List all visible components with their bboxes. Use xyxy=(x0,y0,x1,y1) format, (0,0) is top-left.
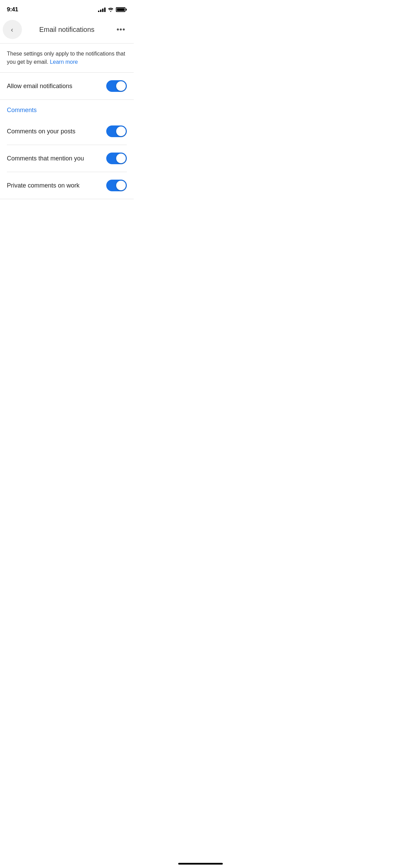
comments-mention-label: Comments that mention you xyxy=(7,155,84,162)
comments-on-posts-label: Comments on your posts xyxy=(7,128,75,135)
private-comments-label: Private comments on work xyxy=(7,182,80,189)
toggle-thumb xyxy=(116,154,126,163)
comments-on-posts-row: Comments on your posts xyxy=(7,118,127,145)
private-comments-row: Private comments on work xyxy=(7,172,127,199)
signal-icon xyxy=(98,8,106,12)
status-bar: 9:41 xyxy=(0,0,134,17)
allow-email-notifications-row: Allow email notifications xyxy=(7,73,127,99)
toggle-thumb xyxy=(116,81,126,91)
page-title: Email notifications xyxy=(39,26,94,34)
toggle-track xyxy=(106,125,127,137)
status-icons xyxy=(98,7,127,12)
toggle-thumb xyxy=(116,181,126,190)
allow-email-notifications-toggle[interactable] xyxy=(106,80,127,92)
allow-email-notifications-label: Allow email notifications xyxy=(7,83,72,90)
back-arrow-icon: ‹ xyxy=(11,26,13,34)
section-bottom-divider xyxy=(0,199,134,199)
info-text: These settings only apply to the notific… xyxy=(7,51,125,65)
nav-bar: ‹ Email notifications ••• xyxy=(0,17,134,43)
toggle-thumb xyxy=(116,126,126,136)
comments-section: Comments on your posts Comments that men… xyxy=(0,118,134,199)
learn-more-link[interactable]: Learn more xyxy=(50,59,78,65)
battery-icon xyxy=(116,7,127,12)
comments-section-title: Comments xyxy=(7,107,37,113)
comments-mention-toggle[interactable] xyxy=(106,153,127,164)
wifi-icon xyxy=(108,7,114,12)
status-time: 9:41 xyxy=(7,6,18,13)
back-button[interactable]: ‹ xyxy=(3,20,22,39)
comments-section-header: Comments xyxy=(0,100,134,118)
toggle-track xyxy=(106,80,127,92)
allow-email-notifications-section: Allow email notifications xyxy=(0,73,134,99)
info-section: These settings only apply to the notific… xyxy=(0,44,134,72)
toggle-track xyxy=(106,180,127,191)
comments-on-posts-toggle[interactable] xyxy=(106,125,127,137)
private-comments-toggle[interactable] xyxy=(106,180,127,191)
more-options-button[interactable]: ••• xyxy=(114,22,128,37)
toggle-track xyxy=(106,153,127,164)
comments-mention-row: Comments that mention you xyxy=(7,145,127,172)
